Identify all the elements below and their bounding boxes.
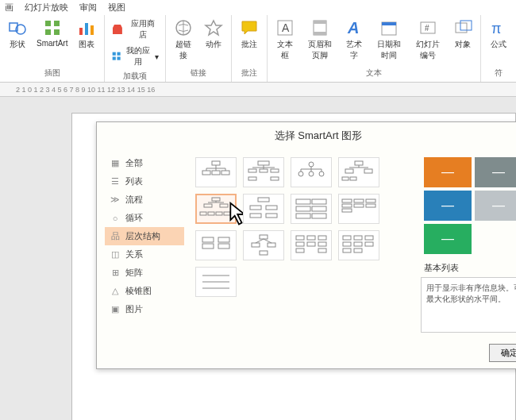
preview-swatch: — — [424, 191, 472, 221]
dialog-footer: 确定 — [97, 337, 516, 368]
thumb-org10[interactable] — [243, 230, 284, 260]
relationship-icon: ◫ — [110, 249, 121, 260]
chart-icon — [77, 18, 96, 37]
ribbon-group-text: A 文本框 页眉和页脚 A 艺术字 日期和时间 # 幻灯片编号 对象 — [268, 15, 481, 82]
smartart-gallery — [192, 154, 413, 333]
textbox-icon: A — [275, 18, 295, 37]
svg-rect-109 — [354, 249, 362, 252]
thumb-org8[interactable] — [338, 194, 379, 224]
textbox-button[interactable]: A 文本框 — [271, 17, 299, 63]
action-icon — [204, 18, 223, 37]
group-label: 文本 — [366, 66, 382, 80]
cat-cycle[interactable]: ○循环 — [105, 209, 184, 227]
thumb-org9[interactable] — [195, 230, 237, 260]
svg-rect-19 — [314, 32, 326, 35]
svg-rect-41 — [271, 177, 279, 180]
svg-rect-87 — [202, 244, 214, 249]
smartart-icon — [43, 18, 62, 37]
svg-rect-10 — [117, 52, 121, 56]
ribbon-group-comments: 批注 批注 — [232, 15, 268, 82]
svg-rect-26 — [460, 21, 472, 30]
cat-all[interactable]: ▦全部 — [105, 154, 184, 172]
group-label: 批注 — [241, 66, 257, 80]
svg-rect-80 — [342, 204, 352, 207]
cat-hierarchy[interactable]: 品层次结构 — [105, 227, 184, 245]
svg-rect-82 — [354, 199, 364, 202]
menu-item[interactable]: 审阅 — [79, 2, 97, 13]
headerfooter-button[interactable]: 页眉和页脚 — [301, 17, 338, 63]
equation-button[interactable]: π 公式 — [484, 17, 513, 52]
thumb-org12[interactable] — [338, 230, 379, 260]
thumb-org7[interactable] — [291, 194, 332, 224]
action-button[interactable]: 动作 — [199, 17, 228, 52]
svg-rect-104 — [343, 236, 351, 240]
thumb-org4[interactable] — [338, 157, 379, 187]
svg-rect-75 — [296, 206, 310, 211]
svg-marker-14 — [206, 21, 221, 35]
svg-rect-61 — [220, 204, 228, 207]
slidenum-button[interactable]: # 幻灯片编号 — [410, 17, 447, 63]
thumb-org3[interactable] — [291, 157, 332, 187]
cat-matrix[interactable]: ⊞矩阵 — [105, 264, 184, 282]
svg-rect-98 — [296, 249, 304, 252]
thumb-org2[interactable] — [243, 157, 284, 187]
smartart-button[interactable]: SmartArt — [33, 17, 71, 49]
slide-canvas[interactable]: 选择 SmartArt 图形 ▦全部 ☰列表 ≫流程 ○循环 品层次结构 ◫关系… — [71, 113, 516, 420]
comment-button[interactable]: 批注 — [235, 17, 264, 52]
svg-rect-54 — [364, 169, 372, 173]
svg-point-45 — [298, 171, 303, 176]
svg-rect-31 — [221, 171, 229, 175]
store-button[interactable]: 应用商店 — [108, 17, 162, 42]
svg-rect-76 — [312, 206, 326, 211]
thumb-org1[interactable] — [195, 157, 237, 187]
svg-rect-84 — [366, 199, 375, 202]
svg-text:π: π — [491, 21, 501, 37]
cat-relationship[interactable]: ◫关系 — [105, 245, 184, 264]
chart-button[interactable]: 图表 — [72, 17, 101, 52]
svg-rect-55 — [342, 177, 348, 180]
thumb-org13[interactable] — [195, 267, 237, 297]
svg-rect-39 — [271, 169, 279, 172]
myapps-button[interactable]: 我的应用 ▾ — [108, 44, 162, 69]
svg-rect-99 — [307, 236, 315, 240]
menu-item[interactable]: 视图 — [108, 2, 125, 13]
cat-process[interactable]: ≫流程 — [105, 191, 184, 209]
shape-button[interactable]: 形状 — [3, 17, 32, 52]
hyperlink-button[interactable]: 超链接 — [169, 17, 198, 63]
menubar: 画 幻灯片放映 审阅 视图 — [0, 0, 516, 15]
smartart-dialog: 选择 SmartArt 图形 ▦全部 ☰列表 ≫流程 ○循环 品层次结构 ◫关系… — [96, 121, 516, 369]
svg-rect-68 — [258, 198, 269, 202]
thumb-org6[interactable] — [243, 194, 284, 224]
wordart-button[interactable]: A 艺术字 — [340, 17, 368, 63]
cat-picture[interactable]: ▣图片 — [105, 300, 184, 318]
thumb-org5[interactable] — [195, 194, 237, 224]
horizontal-ruler: 2 1 0 1 2 3 4 5 6 7 8 9 10 11 12 13 14 1… — [0, 83, 516, 97]
svg-rect-30 — [212, 171, 220, 175]
all-icon: ▦ — [110, 158, 121, 169]
shapes-icon — [8, 18, 27, 37]
svg-rect-105 — [343, 242, 351, 246]
cat-pyramid[interactable]: △棱锥图 — [105, 282, 184, 300]
dialog-title: 选择 SmartArt 图形 — [97, 122, 516, 149]
cat-list[interactable]: ☰列表 — [105, 172, 184, 191]
svg-rect-60 — [204, 204, 212, 207]
svg-rect-22 — [382, 22, 396, 25]
ribbon-group-links: 超链接 动作 链接 — [166, 15, 232, 82]
svg-rect-78 — [312, 214, 326, 218]
svg-rect-72 — [266, 214, 277, 218]
link-icon — [174, 18, 193, 37]
thumb-org11[interactable] — [291, 230, 332, 260]
ok-button[interactable]: 确定 — [489, 344, 516, 362]
menu-item[interactable]: 画 — [5, 2, 13, 13]
svg-rect-73 — [296, 199, 310, 204]
preview-swatch: — — [424, 224, 472, 254]
datetime-button[interactable]: 日期和时间 — [370, 17, 407, 63]
hierarchy-icon: 品 — [110, 231, 121, 242]
svg-rect-111 — [365, 242, 373, 246]
ribbon: 形状 SmartArt 图表 插图 应用商店 我的应用 ▾ — [0, 15, 516, 83]
menu-item[interactable]: 幻灯片放映 — [25, 2, 68, 13]
svg-rect-2 — [45, 21, 51, 26]
matrix-icon: ⊞ — [110, 268, 121, 279]
svg-rect-81 — [342, 209, 352, 212]
object-button[interactable]: 对象 — [449, 17, 477, 52]
